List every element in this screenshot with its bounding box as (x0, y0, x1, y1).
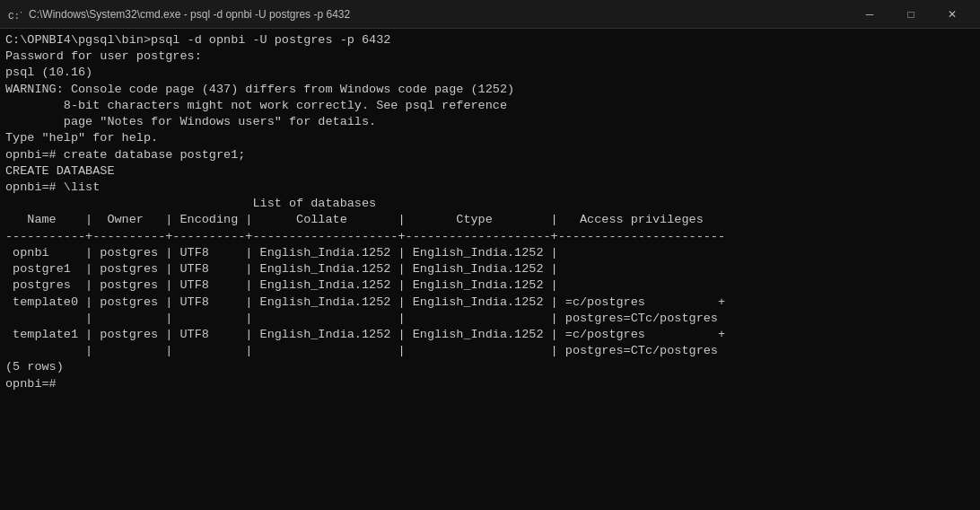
window-title: C:\Windows\System32\cmd.exe - psql -d op… (29, 8, 849, 21)
terminal-line: | | | | | postgres=CTc/postgres (5, 343, 975, 359)
terminal-line: opnbi | postgres | UTF8 | English_India.… (5, 245, 975, 261)
terminal-line: opnbi=# (5, 376, 975, 392)
terminal-line: WARNING: Console code page (437) differs… (5, 82, 975, 98)
terminal-line: template0 | postgres | UTF8 | English_In… (5, 295, 975, 311)
terminal-line: Name | Owner | Encoding | Collate | Ctyp… (5, 212, 975, 228)
terminal-line: Password for user postgres: (5, 48, 975, 65)
terminal-line: opnbi=# \list (5, 180, 975, 196)
terminal-line: 8-bit characters might not work correctl… (5, 98, 975, 114)
window-controls: ─ □ ✕ (849, 0, 973, 29)
terminal-line: psql (10.16) (5, 65, 975, 81)
cmd-icon: C:\ (7, 7, 22, 22)
terminal-line: List of databases (5, 196, 975, 212)
svg-text:C:\: C:\ (8, 11, 22, 22)
terminal-line: Type "help" for help. (5, 130, 975, 146)
terminal-line: -----------+----------+----------+------… (5, 229, 975, 245)
titlebar: C:\ C:\Windows\System32\cmd.exe - psql -… (0, 0, 980, 29)
terminal-line: page "Notes for Windows users" for detai… (5, 114, 975, 130)
minimize-button[interactable]: ─ (849, 0, 890, 29)
terminal-line: template1 | postgres | UTF8 | English_In… (5, 327, 975, 343)
terminal-output[interactable]: C:\OPNBI4\pgsql\bin>psql -d opnbi -U pos… (0, 29, 980, 510)
terminal-line: (5 rows) (5, 359, 975, 375)
close-button[interactable]: ✕ (932, 0, 973, 29)
terminal-line: postgres | postgres | UTF8 | English_Ind… (5, 277, 975, 294)
terminal-line: postgre1 | postgres | UTF8 | English_Ind… (5, 261, 975, 277)
terminal-line: | | | | | postgres=CTc/postgres (5, 311, 975, 327)
maximize-button[interactable]: □ (890, 0, 932, 29)
cmd-window: C:\ C:\Windows\System32\cmd.exe - psql -… (0, 0, 980, 510)
terminal-line: C:\OPNBI4\pgsql\bin>psql -d opnbi -U pos… (5, 32, 975, 48)
terminal-line: CREATE DATABASE (5, 163, 975, 180)
terminal-line: opnbi=# create database postgre1; (5, 147, 975, 163)
